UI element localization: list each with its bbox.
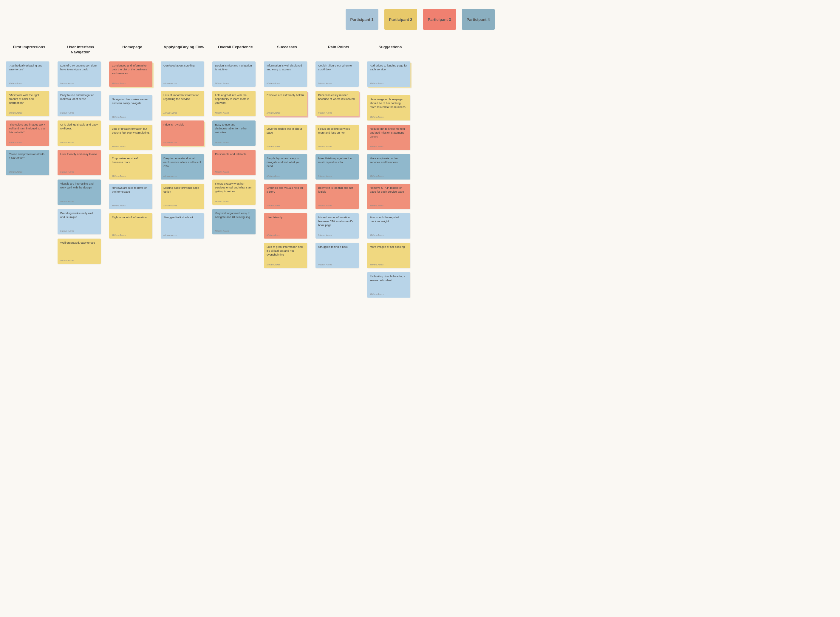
- note-author-4-3: Miriam Acres: [215, 171, 229, 174]
- note-text-5-1: Reviews are extremely helpful: [267, 93, 304, 97]
- note-stack-3-2: Price isn't visibleMiriam Acres: [161, 121, 207, 146]
- note-3-1: Lots of important information regarding …: [161, 91, 204, 116]
- participants-row: Participant 1Participant 2Participant 3P…: [6, 9, 834, 30]
- note-text-6-4: Body text is too thin and not legible: [318, 186, 353, 193]
- note-0-2: "The colors and images work well and I a…: [6, 121, 49, 146]
- note-2-5: Right amount of informationMiriam Acres: [109, 213, 152, 239]
- column-6: Pain PointsCouldn't figure out when to s…: [316, 45, 362, 268]
- notes-stack-4: Design is nice and navigation is intuiti…: [212, 61, 258, 235]
- column-1: User Interface/ NavigationLots of CTA bu…: [58, 45, 104, 264]
- note-7-7: Rethinking double heading - seems redund…: [367, 272, 410, 298]
- column-header-0: First Impressions: [6, 45, 52, 56]
- note-7-3: More emphasis on her services and busine…: [367, 154, 410, 180]
- note-front-2-0: Condensed and informative, gets the gist…: [109, 61, 152, 87]
- note-text-5-6: Lots of great information and it's all l…: [267, 245, 303, 256]
- note-author-4-4: Miriam Acres: [215, 200, 229, 204]
- column-header-7: Suggestions: [367, 45, 413, 56]
- column-header-1: User Interface/ Navigation: [58, 45, 104, 56]
- notes-stack-7: Add prices to landing page for each serv…: [367, 61, 413, 298]
- note-text-1-1: Easy to use and navigation makes a lot o…: [60, 93, 94, 100]
- note-5-2: Love the recipe link in about pageMiriam…: [264, 125, 307, 150]
- note-0-0: "Aesthetically pleasing and easy to use"…: [6, 61, 49, 87]
- participant-3-card: Participant 3: [423, 9, 456, 30]
- participant-1-card: Participant 1: [345, 9, 378, 30]
- note-6-6: Struggled to find e-bookMiriam Acres: [316, 243, 359, 268]
- note-author-7-7: Miriam Acres: [370, 293, 384, 296]
- note-author-3-3: Miriam Acres: [164, 175, 177, 178]
- note-4-5: Very well organized, easy to navigate an…: [212, 209, 255, 235]
- note-author-7-6: Miriam Acres: [370, 263, 384, 267]
- note-author-4-5: Miriam Acres: [215, 230, 229, 233]
- note-text-3-2: Price isn't visible: [164, 123, 184, 126]
- note-1-5: Branding works really well and is unique…: [58, 209, 101, 235]
- column-header-6: Pain Points: [316, 45, 362, 56]
- note-text-4-5: Very well organized, easy to navigate an…: [215, 211, 250, 218]
- note-text-6-2: Focus on selling services more and less …: [318, 127, 350, 134]
- note-6-0: Couldn't figure out when to scroll downM…: [316, 61, 359, 87]
- note-text-1-2: UI is distinguishable and easy to digest…: [60, 123, 98, 130]
- note-text-7-7: Rethinking double heading - seems redund…: [370, 275, 405, 282]
- note-author-0-1: Miriam Acres: [9, 112, 22, 115]
- note-text-4-1: Lots of great info with the opportunity …: [215, 93, 249, 104]
- note-author-7-4: Miriam Acres: [370, 204, 384, 208]
- note-5-5: User friendlyMiriam Acres: [264, 213, 307, 239]
- note-text-1-0: Lots of CTA buttons so I don't have to n…: [60, 64, 97, 71]
- note-author-0-0: Miriam Acres: [9, 82, 22, 85]
- note-author-7-5: Miriam Acres: [370, 234, 384, 237]
- note-front-5-1: Reviews are extremely helpfulMiriam Acre…: [264, 91, 307, 116]
- note-author-4-0: Miriam Acres: [215, 82, 229, 85]
- note-2-2: Lots of great information but doesn't fe…: [109, 125, 152, 150]
- note-1-3: User friendly and easy to useMiriam Acre…: [58, 150, 101, 175]
- note-4-3: Personable and relatableMiriam Acres: [212, 150, 255, 175]
- note-text-7-6: More images of her cooking: [370, 245, 404, 248]
- note-3-0: Confused about scrollingMiriam Acres: [161, 61, 204, 87]
- note-author-5-6: Miriam Acres: [267, 263, 280, 267]
- note-author-5-0: Miriam Acres: [267, 82, 280, 85]
- note-author-6-6: Miriam Acres: [318, 263, 332, 267]
- note-text-6-0: Couldn't figure out when to scroll down: [318, 64, 352, 71]
- note-text-5-0: Information is well displayed and easy t…: [267, 64, 302, 71]
- note-author-6-3: Miriam Acres: [318, 175, 332, 178]
- note-3-3: Easy to understand what each service off…: [161, 154, 204, 180]
- note-4-4: I know exactly what her services entail …: [212, 180, 255, 205]
- column-2: HomepageCondensed and informative, gets …: [109, 45, 155, 239]
- note-author-1-2: Miriam Acres: [60, 141, 74, 144]
- column-header-4: Overall Experience: [212, 45, 258, 56]
- note-author-1-1: Miriam Acres: [60, 112, 74, 115]
- note-text-6-5: Missed some information because CTA loca…: [318, 216, 353, 227]
- note-text-1-3: User friendly and easy to use: [60, 152, 97, 156]
- note-author-2-2: Miriam Acres: [112, 145, 125, 149]
- note-1-6: Well organized, easy to useMiriam Acres: [58, 239, 101, 264]
- note-author-7-0: Miriam Acres: [370, 82, 384, 85]
- note-text-5-2: Love the recipe link in about page: [267, 127, 302, 134]
- note-text-4-2: Easy to use and distinguishable from oth…: [215, 123, 248, 134]
- note-stack-2-0: Condensed and informative, gets the gist…: [109, 61, 155, 87]
- note-author-0-3: Miriam Acres: [9, 171, 22, 174]
- note-author-2-0: Miriam Acres: [112, 82, 125, 85]
- note-2-1: Navigation bar makes sense and can easil…: [109, 95, 152, 121]
- note-5-6: Lots of great information and it's all l…: [264, 243, 307, 268]
- note-5-4: Graphics and visuals help tell a storyMi…: [264, 184, 307, 209]
- note-author-7-2: Miriam Acres: [370, 145, 384, 149]
- note-text-4-3: Personable and relatable: [215, 152, 247, 156]
- note-author-4-1: Miriam Acres: [215, 112, 229, 115]
- note-text-1-6: Well organized, easy to use: [60, 241, 95, 244]
- note-text-7-5: Font should be regular/ medium weight: [370, 216, 399, 223]
- note-text-7-2: Reduce get to know me text and add missi…: [370, 127, 405, 138]
- note-0-1: "Minimalist with the right amount of col…: [6, 91, 49, 116]
- note-author-6-1: Miriam Acres: [318, 112, 332, 115]
- note-text-4-0: Design is nice and navigation is intuiti…: [215, 64, 252, 71]
- note-text-7-4: Remove CTA in middle of page for each se…: [370, 186, 404, 193]
- note-stack-7-0: Add prices to landing page for each serv…: [367, 61, 413, 87]
- note-3-5: Struggled to find e-bookMiriam Acres: [161, 213, 204, 239]
- note-author-7-3: Miriam Acres: [370, 175, 384, 178]
- note-text-0-3: "Clean and professional with a hint of f…: [9, 152, 44, 159]
- affinity-map: First Impressions"Aesthetically pleasing…: [6, 45, 834, 298]
- note-6-2: Focus on selling services more and less …: [316, 125, 359, 150]
- note-author-7-1: Miriam Acres: [370, 116, 384, 119]
- note-0-3: "Clean and professional with a hint of f…: [6, 150, 49, 175]
- note-7-2: Reduce get to know me text and add missi…: [367, 125, 410, 150]
- note-author-1-4: Miriam Acres: [60, 200, 74, 204]
- column-header-3: Applying/Buying Flow: [161, 45, 207, 56]
- note-stack-6-1: Price was easily missed because of where…: [316, 91, 362, 116]
